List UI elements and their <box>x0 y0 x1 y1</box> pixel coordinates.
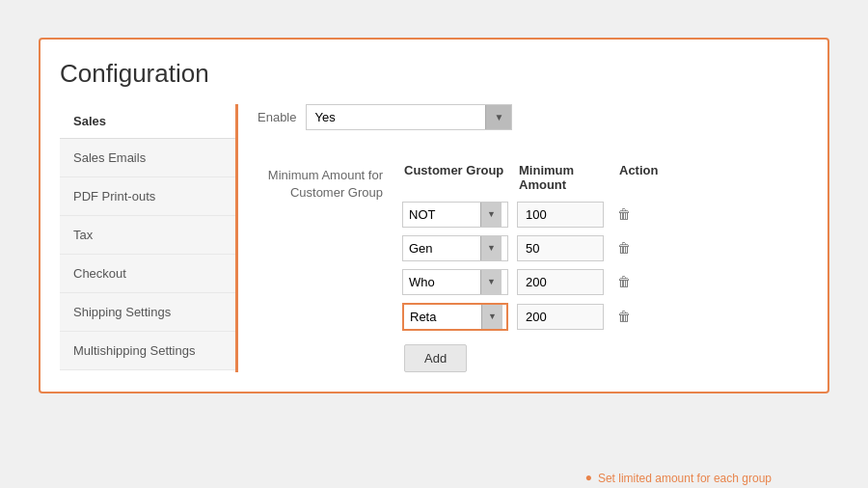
table-row: Reta NOT General Wholesale ▼ 🗑 <box>402 303 789 331</box>
sidebar-header: Sales <box>60 104 235 139</box>
enable-select-arrow[interactable]: ▼ <box>485 105 511 129</box>
amount-input-4[interactable] <box>517 304 604 330</box>
group-select-wrapper-1[interactable]: NOT General Wholesale Retailer ▼ <box>402 202 508 228</box>
group-select-wrapper-2[interactable]: Gen NOT Wholesale Retailer ▼ <box>402 235 508 261</box>
add-button[interactable]: Add <box>404 344 467 372</box>
table-area: Customer Group Minimum Amount Action NOT… <box>402 159 789 372</box>
main-content: Enable Yes No ▼ Minimum Amount forCustom… <box>238 104 808 372</box>
group-select-wrapper-3[interactable]: Who NOT General Retailer ▼ <box>402 269 508 295</box>
enable-row: Enable Yes No ▼ <box>258 104 789 140</box>
group-select-2[interactable]: Gen NOT Wholesale Retailer <box>403 236 480 260</box>
enable-select[interactable]: Yes No <box>307 105 485 129</box>
tooltip-area: ● Set limited amount for each groupsepar… <box>585 470 772 489</box>
col-header-group: Customer Group <box>402 159 513 196</box>
page-title: Configuration <box>60 59 808 89</box>
sidebar: Sales Sales Emails PDF Print-outs Tax Ch… <box>60 104 238 372</box>
delete-icon-1[interactable]: 🗑 <box>617 206 675 222</box>
group-select-1[interactable]: NOT General Wholesale Retailer <box>403 203 480 227</box>
group-select-3[interactable]: Who NOT General Retailer <box>403 270 480 294</box>
table-header: Customer Group Minimum Amount Action <box>402 159 789 196</box>
tooltip-text: Set limited amount for each groupseparat… <box>598 470 772 489</box>
amount-input-2[interactable] <box>517 235 604 261</box>
enable-label: Enable <box>258 110 296 124</box>
sidebar-item-multishipping[interactable]: Multishipping Settings <box>60 332 235 370</box>
group-select-4[interactable]: Reta NOT General Wholesale <box>404 305 481 329</box>
table-row: NOT General Wholesale Retailer ▼ 🗑 <box>402 202 789 228</box>
group-select-arrow-1[interactable]: ▼ <box>480 203 502 227</box>
config-panel: Configuration Sales Sales Emails PDF Pri… <box>39 38 829 393</box>
group-select-arrow-2[interactable]: ▼ <box>480 236 502 260</box>
group-select-arrow-3[interactable]: ▼ <box>480 270 502 294</box>
delete-icon-4[interactable]: 🗑 <box>617 309 675 324</box>
section-label: Minimum Amount forCustomer Group <box>258 159 383 202</box>
delete-icon-3[interactable]: 🗑 <box>617 274 675 289</box>
sidebar-item-shipping[interactable]: Shipping Settings <box>60 293 235 332</box>
amount-input-1[interactable] <box>517 202 604 228</box>
col-header-amount: Minimum Amount <box>517 159 613 196</box>
enable-select-wrapper[interactable]: Yes No ▼ <box>306 104 512 130</box>
tooltip-dot: ● <box>585 471 592 484</box>
sidebar-items: Sales Emails PDF Print-outs Tax Checkout… <box>60 139 235 370</box>
amount-input-3[interactable] <box>517 269 604 295</box>
sidebar-item-sales-emails[interactable]: Sales Emails <box>60 139 235 177</box>
col-header-action: Action <box>617 159 675 196</box>
delete-icon-2[interactable]: 🗑 <box>617 240 675 256</box>
sidebar-item-tax[interactable]: Tax <box>60 216 235 255</box>
table-row: Who NOT General Retailer ▼ 🗑 <box>402 269 789 295</box>
sidebar-item-checkout[interactable]: Checkout <box>60 255 235 293</box>
group-select-wrapper-4[interactable]: Reta NOT General Wholesale ▼ <box>402 303 508 331</box>
sidebar-item-pdf-printouts[interactable]: PDF Print-outs <box>60 177 235 216</box>
table-row: Gen NOT Wholesale Retailer ▼ 🗑 <box>402 235 789 261</box>
section-row: Minimum Amount forCustomer Group Custome… <box>258 159 789 372</box>
content-area: Sales Sales Emails PDF Print-outs Tax Ch… <box>60 104 808 372</box>
group-select-arrow-4[interactable]: ▼ <box>481 305 502 329</box>
